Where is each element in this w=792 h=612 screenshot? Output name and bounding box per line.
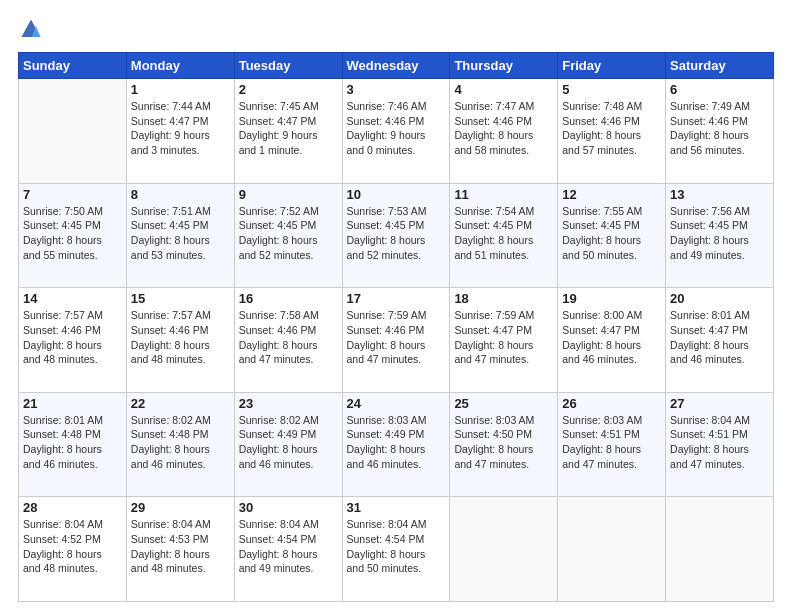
calendar-cell: 7Sunrise: 7:50 AMSunset: 4:45 PMDaylight… bbox=[19, 183, 127, 288]
calendar-week-row: 14Sunrise: 7:57 AMSunset: 4:46 PMDayligh… bbox=[19, 288, 774, 393]
calendar-cell: 22Sunrise: 8:02 AMSunset: 4:48 PMDayligh… bbox=[126, 392, 234, 497]
day-info: Sunrise: 7:55 AMSunset: 4:45 PMDaylight:… bbox=[562, 204, 661, 263]
day-number: 4 bbox=[454, 82, 553, 97]
calendar-cell: 5Sunrise: 7:48 AMSunset: 4:46 PMDaylight… bbox=[558, 79, 666, 184]
day-number: 21 bbox=[23, 396, 122, 411]
day-number: 10 bbox=[347, 187, 446, 202]
day-info: Sunrise: 8:03 AMSunset: 4:49 PMDaylight:… bbox=[347, 413, 446, 472]
calendar-cell: 21Sunrise: 8:01 AMSunset: 4:48 PMDayligh… bbox=[19, 392, 127, 497]
day-info: Sunrise: 8:03 AMSunset: 4:50 PMDaylight:… bbox=[454, 413, 553, 472]
day-info: Sunrise: 8:04 AMSunset: 4:54 PMDaylight:… bbox=[347, 517, 446, 576]
day-number: 13 bbox=[670, 187, 769, 202]
calendar-week-row: 1Sunrise: 7:44 AMSunset: 4:47 PMDaylight… bbox=[19, 79, 774, 184]
calendar-week-row: 21Sunrise: 8:01 AMSunset: 4:48 PMDayligh… bbox=[19, 392, 774, 497]
day-number: 20 bbox=[670, 291, 769, 306]
day-number: 17 bbox=[347, 291, 446, 306]
calendar-cell bbox=[19, 79, 127, 184]
day-number: 2 bbox=[239, 82, 338, 97]
calendar-cell: 13Sunrise: 7:56 AMSunset: 4:45 PMDayligh… bbox=[666, 183, 774, 288]
day-number: 5 bbox=[562, 82, 661, 97]
calendar-cell: 8Sunrise: 7:51 AMSunset: 4:45 PMDaylight… bbox=[126, 183, 234, 288]
calendar-cell: 3Sunrise: 7:46 AMSunset: 4:46 PMDaylight… bbox=[342, 79, 450, 184]
calendar-cell: 16Sunrise: 7:58 AMSunset: 4:46 PMDayligh… bbox=[234, 288, 342, 393]
day-info: Sunrise: 8:04 AMSunset: 4:53 PMDaylight:… bbox=[131, 517, 230, 576]
day-info: Sunrise: 7:44 AMSunset: 4:47 PMDaylight:… bbox=[131, 99, 230, 158]
weekday-header: Saturday bbox=[666, 53, 774, 79]
day-number: 6 bbox=[670, 82, 769, 97]
calendar-cell: 15Sunrise: 7:57 AMSunset: 4:46 PMDayligh… bbox=[126, 288, 234, 393]
calendar-table: SundayMondayTuesdayWednesdayThursdayFrid… bbox=[18, 52, 774, 602]
day-number: 9 bbox=[239, 187, 338, 202]
day-number: 16 bbox=[239, 291, 338, 306]
day-number: 15 bbox=[131, 291, 230, 306]
calendar-cell: 10Sunrise: 7:53 AMSunset: 4:45 PMDayligh… bbox=[342, 183, 450, 288]
day-info: Sunrise: 8:01 AMSunset: 4:48 PMDaylight:… bbox=[23, 413, 122, 472]
calendar-cell: 28Sunrise: 8:04 AMSunset: 4:52 PMDayligh… bbox=[19, 497, 127, 602]
calendar-cell: 14Sunrise: 7:57 AMSunset: 4:46 PMDayligh… bbox=[19, 288, 127, 393]
day-info: Sunrise: 7:45 AMSunset: 4:47 PMDaylight:… bbox=[239, 99, 338, 158]
day-info: Sunrise: 7:58 AMSunset: 4:46 PMDaylight:… bbox=[239, 308, 338, 367]
calendar-cell: 4Sunrise: 7:47 AMSunset: 4:46 PMDaylight… bbox=[450, 79, 558, 184]
day-info: Sunrise: 8:01 AMSunset: 4:47 PMDaylight:… bbox=[670, 308, 769, 367]
header bbox=[18, 18, 774, 44]
calendar-cell: 29Sunrise: 8:04 AMSunset: 4:53 PMDayligh… bbox=[126, 497, 234, 602]
calendar-cell: 19Sunrise: 8:00 AMSunset: 4:47 PMDayligh… bbox=[558, 288, 666, 393]
page: SundayMondayTuesdayWednesdayThursdayFrid… bbox=[0, 0, 792, 612]
day-number: 1 bbox=[131, 82, 230, 97]
day-info: Sunrise: 8:00 AMSunset: 4:47 PMDaylight:… bbox=[562, 308, 661, 367]
day-info: Sunrise: 7:52 AMSunset: 4:45 PMDaylight:… bbox=[239, 204, 338, 263]
day-number: 14 bbox=[23, 291, 122, 306]
day-info: Sunrise: 7:47 AMSunset: 4:46 PMDaylight:… bbox=[454, 99, 553, 158]
calendar-cell: 30Sunrise: 8:04 AMSunset: 4:54 PMDayligh… bbox=[234, 497, 342, 602]
calendar-week-row: 7Sunrise: 7:50 AMSunset: 4:45 PMDaylight… bbox=[19, 183, 774, 288]
day-number: 12 bbox=[562, 187, 661, 202]
day-number: 23 bbox=[239, 396, 338, 411]
calendar-cell: 1Sunrise: 7:44 AMSunset: 4:47 PMDaylight… bbox=[126, 79, 234, 184]
day-info: Sunrise: 7:49 AMSunset: 4:46 PMDaylight:… bbox=[670, 99, 769, 158]
calendar-body: 1Sunrise: 7:44 AMSunset: 4:47 PMDaylight… bbox=[19, 79, 774, 602]
day-number: 25 bbox=[454, 396, 553, 411]
day-info: Sunrise: 8:04 AMSunset: 4:52 PMDaylight:… bbox=[23, 517, 122, 576]
calendar-cell: 20Sunrise: 8:01 AMSunset: 4:47 PMDayligh… bbox=[666, 288, 774, 393]
day-number: 24 bbox=[347, 396, 446, 411]
day-info: Sunrise: 8:02 AMSunset: 4:49 PMDaylight:… bbox=[239, 413, 338, 472]
day-number: 30 bbox=[239, 500, 338, 515]
day-info: Sunrise: 7:48 AMSunset: 4:46 PMDaylight:… bbox=[562, 99, 661, 158]
calendar-cell: 12Sunrise: 7:55 AMSunset: 4:45 PMDayligh… bbox=[558, 183, 666, 288]
day-info: Sunrise: 7:51 AMSunset: 4:45 PMDaylight:… bbox=[131, 204, 230, 263]
day-number: 31 bbox=[347, 500, 446, 515]
day-number: 29 bbox=[131, 500, 230, 515]
day-info: Sunrise: 7:56 AMSunset: 4:45 PMDaylight:… bbox=[670, 204, 769, 263]
weekday-header: Sunday bbox=[19, 53, 127, 79]
day-info: Sunrise: 7:50 AMSunset: 4:45 PMDaylight:… bbox=[23, 204, 122, 263]
day-info: Sunrise: 8:03 AMSunset: 4:51 PMDaylight:… bbox=[562, 413, 661, 472]
calendar-cell bbox=[558, 497, 666, 602]
calendar-cell: 26Sunrise: 8:03 AMSunset: 4:51 PMDayligh… bbox=[558, 392, 666, 497]
day-number: 19 bbox=[562, 291, 661, 306]
day-number: 3 bbox=[347, 82, 446, 97]
calendar-cell bbox=[666, 497, 774, 602]
calendar-week-row: 28Sunrise: 8:04 AMSunset: 4:52 PMDayligh… bbox=[19, 497, 774, 602]
calendar-cell: 31Sunrise: 8:04 AMSunset: 4:54 PMDayligh… bbox=[342, 497, 450, 602]
day-number: 28 bbox=[23, 500, 122, 515]
calendar-cell: 6Sunrise: 7:49 AMSunset: 4:46 PMDaylight… bbox=[666, 79, 774, 184]
day-info: Sunrise: 7:57 AMSunset: 4:46 PMDaylight:… bbox=[23, 308, 122, 367]
logo bbox=[18, 18, 46, 44]
weekday-header: Thursday bbox=[450, 53, 558, 79]
day-info: Sunrise: 8:02 AMSunset: 4:48 PMDaylight:… bbox=[131, 413, 230, 472]
calendar-cell: 9Sunrise: 7:52 AMSunset: 4:45 PMDaylight… bbox=[234, 183, 342, 288]
calendar-cell: 18Sunrise: 7:59 AMSunset: 4:47 PMDayligh… bbox=[450, 288, 558, 393]
logo-icon bbox=[20, 18, 42, 40]
day-info: Sunrise: 7:57 AMSunset: 4:46 PMDaylight:… bbox=[131, 308, 230, 367]
day-number: 22 bbox=[131, 396, 230, 411]
day-info: Sunrise: 7:46 AMSunset: 4:46 PMDaylight:… bbox=[347, 99, 446, 158]
calendar-cell: 23Sunrise: 8:02 AMSunset: 4:49 PMDayligh… bbox=[234, 392, 342, 497]
day-info: Sunrise: 8:04 AMSunset: 4:54 PMDaylight:… bbox=[239, 517, 338, 576]
calendar-cell: 17Sunrise: 7:59 AMSunset: 4:46 PMDayligh… bbox=[342, 288, 450, 393]
day-info: Sunrise: 8:04 AMSunset: 4:51 PMDaylight:… bbox=[670, 413, 769, 472]
day-info: Sunrise: 7:59 AMSunset: 4:47 PMDaylight:… bbox=[454, 308, 553, 367]
day-info: Sunrise: 7:54 AMSunset: 4:45 PMDaylight:… bbox=[454, 204, 553, 263]
calendar-cell bbox=[450, 497, 558, 602]
weekday-header: Monday bbox=[126, 53, 234, 79]
day-number: 8 bbox=[131, 187, 230, 202]
